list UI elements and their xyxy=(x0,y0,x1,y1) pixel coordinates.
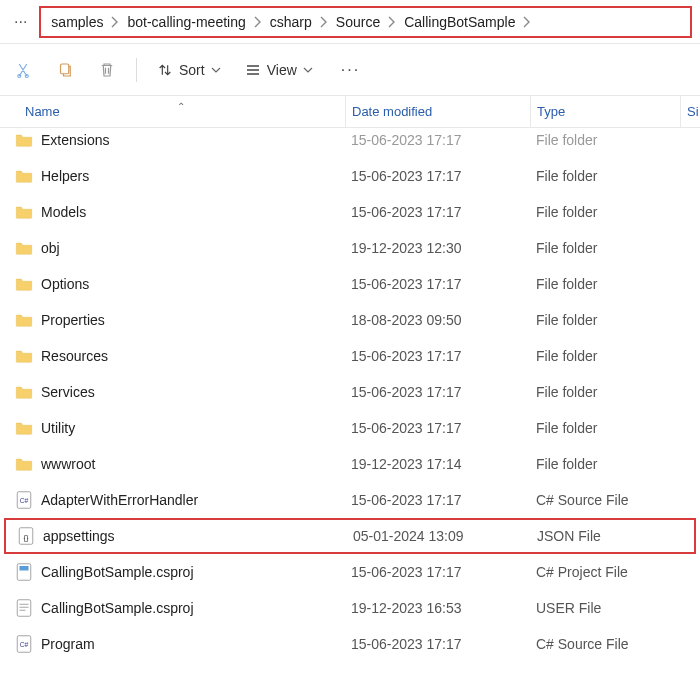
toolbar: Sort View ··· xyxy=(0,44,700,96)
file-date-cell: 15-06-2023 17:17 xyxy=(345,204,530,220)
file-name-cell: Resources xyxy=(0,347,345,365)
copy-button[interactable] xyxy=(46,55,84,85)
folder-icon xyxy=(15,419,33,437)
file-name-label: Models xyxy=(41,204,86,220)
file-date-cell: 05-01-2024 13:09 xyxy=(347,528,531,544)
chevron-right-icon xyxy=(107,16,123,28)
file-date-cell: 15-06-2023 17:17 xyxy=(345,276,530,292)
user-icon xyxy=(15,599,33,617)
file-name-cell: Properties xyxy=(0,311,345,329)
chevron-down-icon xyxy=(303,67,313,73)
file-name-cell: Extensions xyxy=(0,131,345,149)
file-row[interactable]: Options15-06-2023 17:17File folder xyxy=(0,266,700,302)
breadcrumb-item[interactable]: CallingBotSample xyxy=(400,10,519,34)
file-date-cell: 19-12-2023 16:53 xyxy=(345,600,530,616)
file-name-label: Utility xyxy=(41,420,75,436)
file-name-label: Program xyxy=(41,636,95,652)
svg-rect-0 xyxy=(61,64,69,74)
file-type-cell: File folder xyxy=(530,456,680,472)
file-name-cell: obj xyxy=(0,239,345,257)
file-row[interactable]: CallingBotSample.csproj15-06-2023 17:17C… xyxy=(0,554,700,590)
column-header-name[interactable]: Name ⌃ xyxy=(0,104,345,119)
folder-icon xyxy=(15,131,33,149)
folder-icon xyxy=(15,203,33,221)
file-row[interactable]: C#Program15-06-2023 17:17C# Source File xyxy=(0,626,700,662)
file-name-label: wwwroot xyxy=(41,456,95,472)
file-name-label: Extensions xyxy=(41,132,109,148)
svg-text:C#: C# xyxy=(20,641,29,648)
chevron-right-icon xyxy=(250,16,266,28)
file-name-label: Resources xyxy=(41,348,108,364)
file-row[interactable]: Helpers15-06-2023 17:17File folder xyxy=(0,158,700,194)
svg-text:C#: C# xyxy=(20,497,29,504)
file-row[interactable]: C#AdapterWithErrorHandler15-06-2023 17:1… xyxy=(0,482,700,518)
file-type-cell: File folder xyxy=(530,312,680,328)
csproj-icon xyxy=(15,563,33,581)
file-type-cell: File folder xyxy=(530,420,680,436)
file-row[interactable]: Extensions15-06-2023 17:17File folder xyxy=(0,122,700,158)
file-name-cell: C#Program xyxy=(0,635,345,653)
file-row[interactable]: CallingBotSample.csproj19-12-2023 16:53U… xyxy=(0,590,700,626)
file-name-cell: CallingBotSample.csproj xyxy=(0,599,345,617)
file-date-cell: 18-08-2023 09:50 xyxy=(345,312,530,328)
file-type-cell: JSON File xyxy=(531,528,680,544)
file-date-cell: 15-06-2023 17:17 xyxy=(345,384,530,400)
file-name-cell: {}appsettings xyxy=(6,527,347,545)
file-name-label: Helpers xyxy=(41,168,89,184)
breadcrumb-item[interactable]: csharp xyxy=(266,10,316,34)
sort-indicator-icon: ⌃ xyxy=(177,101,185,112)
file-row[interactable]: Properties18-08-2023 09:50File folder xyxy=(0,302,700,338)
file-name-cell: Utility xyxy=(0,419,345,437)
file-type-cell: File folder xyxy=(530,384,680,400)
chevron-right-icon xyxy=(519,16,535,28)
file-date-cell: 15-06-2023 17:17 xyxy=(345,348,530,364)
breadcrumb-item[interactable]: bot-calling-meeting xyxy=(123,10,249,34)
sort-label: Sort xyxy=(179,62,205,78)
file-type-cell: USER File xyxy=(530,600,680,616)
file-type-cell: File folder xyxy=(530,348,680,364)
file-row[interactable]: {}appsettings05-01-2024 13:09JSON File xyxy=(4,518,696,554)
file-name-label: appsettings xyxy=(43,528,115,544)
file-name-label: CallingBotSample.csproj xyxy=(41,600,194,616)
view-button[interactable]: View xyxy=(235,56,323,84)
file-row[interactable]: Resources15-06-2023 17:17File folder xyxy=(0,338,700,374)
file-date-cell: 19-12-2023 17:14 xyxy=(345,456,530,472)
sort-button[interactable]: Sort xyxy=(147,56,231,84)
file-date-cell: 15-06-2023 17:17 xyxy=(345,492,530,508)
file-row[interactable]: obj19-12-2023 12:30File folder xyxy=(0,230,700,266)
chevron-down-icon xyxy=(211,67,221,73)
folder-icon xyxy=(15,383,33,401)
folder-icon xyxy=(15,239,33,257)
cut-button[interactable] xyxy=(4,55,42,85)
svg-rect-7 xyxy=(17,600,31,617)
file-list: Extensions15-06-2023 17:17File folderHel… xyxy=(0,122,700,662)
folder-icon xyxy=(15,167,33,185)
file-name-cell: wwwroot xyxy=(0,455,345,473)
file-row[interactable]: Utility15-06-2023 17:17File folder xyxy=(0,410,700,446)
file-type-cell: C# Source File xyxy=(530,636,680,652)
file-type-cell: File folder xyxy=(530,204,680,220)
file-name-cell: CallingBotSample.csproj xyxy=(0,563,345,581)
breadcrumb-ellipsis-button[interactable]: ··· xyxy=(8,13,33,31)
breadcrumb: ··· samples bot-calling-meeting csharp S… xyxy=(0,0,700,44)
breadcrumb-path: samples bot-calling-meeting csharp Sourc… xyxy=(39,6,692,38)
file-type-cell: File folder xyxy=(530,168,680,184)
toolbar-divider xyxy=(136,58,137,82)
file-row[interactable]: Models15-06-2023 17:17File folder xyxy=(0,194,700,230)
breadcrumb-item[interactable]: samples xyxy=(47,10,107,34)
view-label: View xyxy=(267,62,297,78)
cs-icon: C# xyxy=(15,635,33,653)
file-row[interactable]: wwwroot19-12-2023 17:14File folder xyxy=(0,446,700,482)
file-date-cell: 15-06-2023 17:17 xyxy=(345,168,530,184)
breadcrumb-item[interactable]: Source xyxy=(332,10,384,34)
file-row[interactable]: Services15-06-2023 17:17File folder xyxy=(0,374,700,410)
more-button[interactable]: ··· xyxy=(327,55,374,85)
folder-icon xyxy=(15,347,33,365)
file-date-cell: 19-12-2023 12:30 xyxy=(345,240,530,256)
delete-button[interactable] xyxy=(88,55,126,85)
file-name-label: CallingBotSample.csproj xyxy=(41,564,194,580)
file-date-cell: 15-06-2023 17:17 xyxy=(345,636,530,652)
file-name-label: obj xyxy=(41,240,60,256)
file-name-cell: C#AdapterWithErrorHandler xyxy=(0,491,345,509)
file-name-cell: Options xyxy=(0,275,345,293)
